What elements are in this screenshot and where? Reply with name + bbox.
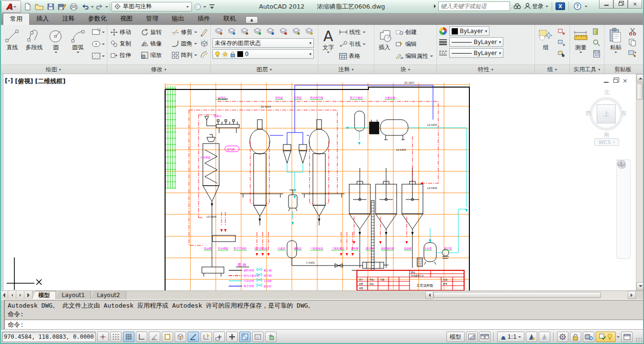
search-button[interactable] xyxy=(512,1,522,11)
ribbon-minimize-button[interactable]: ▲ xyxy=(245,16,258,23)
circle-button[interactable]: 圆 xyxy=(46,26,67,61)
save-button[interactable] xyxy=(45,1,56,12)
move-button[interactable]: 移动 xyxy=(109,26,140,38)
prev-layout-button[interactable] xyxy=(8,291,16,299)
viewcube-south[interactable]: 南 xyxy=(604,131,610,139)
chevron-down-icon[interactable] xyxy=(102,32,105,34)
qat-customize-button[interactable] xyxy=(206,1,218,12)
copy-clip-button[interactable] xyxy=(627,37,638,48)
exchange-apps-button[interactable]: X xyxy=(555,2,565,10)
infer-constraints-toggle[interactable] xyxy=(97,332,109,342)
erase-button[interactable] xyxy=(199,26,210,38)
chevron-down-icon[interactable] xyxy=(327,52,330,55)
undo-button[interactable] xyxy=(79,1,91,12)
clean-screen-button[interactable] xyxy=(621,332,633,342)
ribbon-tab-插件[interactable]: 插件 xyxy=(191,13,217,25)
workspace-dropdown[interactable]: 草图与注释 xyxy=(111,2,192,11)
ellipse-button[interactable] xyxy=(90,38,102,50)
chevron-down-icon[interactable] xyxy=(102,44,105,46)
chevron-down-icon[interactable] xyxy=(194,32,197,34)
layer-tool-button-5[interactable] xyxy=(264,26,276,37)
save-as-button[interactable] xyxy=(56,1,68,12)
chevron-down-icon[interactable] xyxy=(55,52,57,55)
group-button[interactable]: 组 xyxy=(537,26,555,61)
chevron-down-icon[interactable] xyxy=(77,52,79,55)
panel-draw-footer[interactable]: 绘图 xyxy=(0,65,107,74)
group-edit-button[interactable] xyxy=(556,37,567,48)
quick-properties-toggle[interactable] xyxy=(252,332,264,342)
lineweight-toggle[interactable] xyxy=(226,332,238,342)
ribbon-tab-参数化[interactable]: 参数化 xyxy=(81,13,113,25)
navigation-bar[interactable] xyxy=(616,159,631,259)
toolbar-lock-button[interactable] xyxy=(570,332,581,342)
drawing-canvas[interactable]: 二次蒸汽加热室分离室电动调节阀真空冷凝器冷凝水罐毛油罐失水磷脂真空干燥机蒸汽加热… xyxy=(0,74,644,290)
ribbon-tab-注释[interactable]: 注释 xyxy=(56,13,81,25)
chevron-down-icon[interactable] xyxy=(430,55,433,58)
panel-properties-footer[interactable]: 特性 xyxy=(437,65,534,74)
transparency-toggle[interactable] xyxy=(239,332,251,342)
edit-attribute-button[interactable]: 编辑属性 xyxy=(394,50,434,62)
panel-utilities-footer[interactable]: 实用工具 xyxy=(570,65,604,74)
panel-block-footer[interactable]: 块 xyxy=(374,65,436,74)
sign-in-dropdown[interactable] xyxy=(545,6,548,9)
command-input[interactable]: 命令: xyxy=(5,320,644,329)
mirror-button[interactable]: 镜像 xyxy=(140,38,170,49)
layer-tool-button-2[interactable] xyxy=(225,26,237,37)
viewcube-north[interactable]: 北 xyxy=(604,89,610,97)
panel-layers-footer[interactable]: 图层 xyxy=(211,65,318,74)
quick-select-button[interactable] xyxy=(591,26,602,37)
explode-button[interactable] xyxy=(199,38,210,49)
close-button[interactable]: × xyxy=(628,0,642,9)
scale-button[interactable]: 缩放 xyxy=(140,49,170,61)
wcs-dropdown[interactable]: WCS xyxy=(594,138,619,146)
match-properties-button[interactable] xyxy=(627,48,638,59)
ungroup-button[interactable] xyxy=(556,26,567,37)
search-input[interactable] xyxy=(438,1,510,11)
paste-button[interactable]: 粘贴 xyxy=(606,26,625,61)
app-menu-button[interactable]: A xyxy=(1,0,21,13)
ortho-mode-toggle[interactable] xyxy=(136,332,147,342)
redo-dropdown[interactable] xyxy=(105,6,108,9)
layout-tab-Layout2[interactable]: Layout2 xyxy=(91,291,126,299)
table-button[interactable]: 表格 xyxy=(338,50,367,62)
object-snap-tracking-toggle[interactable] xyxy=(188,332,199,342)
panel-annotation-footer[interactable]: 注释 xyxy=(318,65,374,74)
polyline-button[interactable]: 多段线 xyxy=(24,26,44,61)
open-file-button[interactable] xyxy=(33,1,45,12)
panel-clipboard-footer[interactable]: 剪贴板 xyxy=(604,65,644,74)
arc-button[interactable]: 圆弧 xyxy=(67,26,88,61)
layer-tool-button-8[interactable] xyxy=(303,26,315,37)
stretch-button[interactable]: 拉伸 xyxy=(109,49,140,61)
fillet-button[interactable]: 圆角 xyxy=(170,38,199,49)
annotation-visibility-toggle[interactable] xyxy=(526,332,537,342)
array-button[interactable]: 阵列 xyxy=(170,49,199,61)
sign-in-button[interactable]: 登录 xyxy=(524,2,544,11)
ribbon-tab-常用[interactable]: 常用 xyxy=(3,13,30,25)
dynamic-input-toggle[interactable] xyxy=(213,332,225,342)
quick-calc-button[interactable] xyxy=(591,48,602,59)
vertical-scroll-thumb[interactable] xyxy=(637,83,643,100)
text-button[interactable]: A文字 xyxy=(320,26,336,61)
lineweight-dropdown[interactable]: ByLayer xyxy=(449,37,503,47)
minimize-button[interactable] xyxy=(599,0,613,9)
redo-button[interactable] xyxy=(94,1,105,12)
snap-mode-toggle[interactable] xyxy=(110,332,122,342)
dynamic-ucs-toggle[interactable] xyxy=(200,332,212,342)
select-similar-button[interactable] xyxy=(591,37,602,48)
coordinates-display[interactable]: 970.4584, 118.0883, 0.0000 xyxy=(2,332,96,342)
auto-scale-toggle[interactable] xyxy=(539,332,550,342)
leader-button[interactable]: 引线 xyxy=(338,38,367,50)
sphere-tool-button[interactable] xyxy=(192,1,203,12)
grid-display-toggle[interactable] xyxy=(123,332,134,342)
horizontal-scroll-thumb[interactable] xyxy=(433,292,601,298)
show-motion-icon[interactable] xyxy=(617,160,626,167)
next-layout-button[interactable] xyxy=(16,291,24,299)
layer-tool-button-3[interactable] xyxy=(238,26,250,37)
linear-dim-button[interactable]: 线性 xyxy=(338,26,367,38)
viewcube[interactable]: 北 西 东 南 上 WCS xyxy=(586,89,627,145)
scroll-left-button[interactable] xyxy=(425,291,433,299)
insert-block-button[interactable]: 插入 xyxy=(376,26,393,61)
scroll-right-button[interactable] xyxy=(628,291,636,299)
viewcube-top-face[interactable]: 上 xyxy=(597,104,616,123)
doc-minimize-button[interactable] xyxy=(604,79,609,83)
